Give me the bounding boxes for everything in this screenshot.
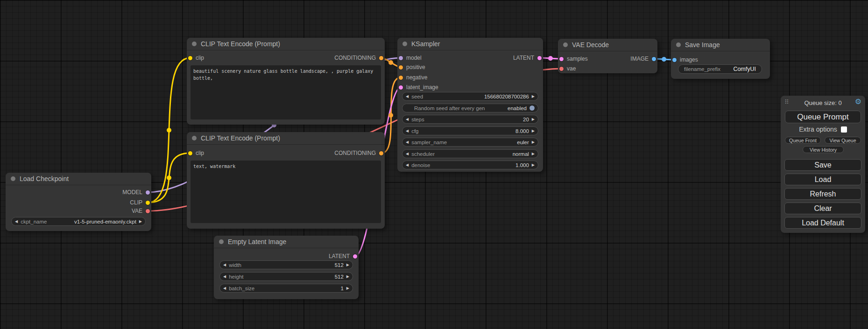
port-label: model xyxy=(406,55,422,61)
port-dot-clip-icon xyxy=(188,56,192,60)
left-arrow-icon[interactable]: ◀ xyxy=(406,163,409,167)
port-label: negative xyxy=(406,74,427,81)
input-port-samples[interactable]: samples xyxy=(559,56,588,62)
widget-label: cfg xyxy=(411,128,418,134)
input-port-vae[interactable]: vae xyxy=(559,65,576,72)
scheduler-widget[interactable]: ◀ scheduler normal ▶ xyxy=(402,149,538,158)
collapse-dot-icon[interactable] xyxy=(192,42,197,46)
port-label: CLIP xyxy=(130,199,142,206)
output-port-vae[interactable]: VAE xyxy=(132,208,150,214)
output-port-latent[interactable]: LATENT xyxy=(329,253,357,259)
batch-size-widget[interactable]: ◀ batch_size 1 ▶ xyxy=(219,284,353,293)
left-arrow-icon[interactable]: ◀ xyxy=(406,129,409,133)
port-dot-clip-icon xyxy=(146,201,150,205)
node-save-image[interactable]: Save Image images filename_prefix ComfyU… xyxy=(671,39,770,79)
node-load-checkpoint[interactable]: Load Checkpoint MODEL CLIP VAE ◀ ckpt_na… xyxy=(6,173,151,231)
left-arrow-icon[interactable]: ◀ xyxy=(406,95,409,98)
port-dot-conditioning-icon xyxy=(399,76,403,80)
node-empty-latent-image[interactable]: Empty Latent Image LATENT ◀ width 512 ▶ … xyxy=(214,236,359,299)
left-arrow-icon[interactable]: ◀ xyxy=(406,118,409,121)
widget-value: normal xyxy=(513,151,529,157)
link-dot-clip-positive xyxy=(167,128,171,133)
collapse-dot-icon[interactable] xyxy=(192,136,197,140)
refresh-button[interactable]: Refresh xyxy=(784,188,861,200)
load-default-button[interactable]: Load Default xyxy=(784,217,861,229)
right-arrow-icon[interactable]: ▶ xyxy=(346,263,349,267)
left-arrow-icon[interactable]: ◀ xyxy=(223,287,226,290)
right-arrow-icon[interactable]: ▶ xyxy=(139,220,142,224)
height-widget[interactable]: ◀ height 512 ▶ xyxy=(219,272,353,281)
ckpt-name-widget[interactable]: ◀ ckpt_name v1-5-pruned-emaonly.ckpt ▶ xyxy=(11,217,146,226)
steps-widget[interactable]: ◀ steps 20 ▶ xyxy=(402,115,538,124)
right-arrow-icon[interactable]: ▶ xyxy=(346,275,349,279)
output-port-latent[interactable]: LATENT xyxy=(513,55,542,61)
input-port-clip[interactable]: clip xyxy=(188,150,204,156)
queue-front-button[interactable]: Queue Front xyxy=(785,137,821,144)
input-port-latent-image[interactable]: latent_image xyxy=(399,84,438,91)
graph-canvas[interactable]: { "colors": { "model": "#b69ddc", "clip"… xyxy=(0,0,868,329)
port-label: clip xyxy=(196,150,204,156)
right-arrow-icon[interactable]: ▶ xyxy=(532,129,535,133)
left-arrow-icon[interactable]: ◀ xyxy=(15,220,18,224)
extra-options-checkbox[interactable] xyxy=(841,126,847,133)
output-port-conditioning[interactable]: CONDITIONING xyxy=(334,150,383,156)
node-vae-decode[interactable]: VAE Decode samples vae IMAGE xyxy=(558,39,657,73)
collapse-dot-icon[interactable] xyxy=(219,239,224,244)
queue-panel: ⠿ Queue size: 0 ⚙ Queue Prompt Extra opt… xyxy=(781,96,865,233)
right-arrow-icon[interactable]: ▶ xyxy=(532,118,535,121)
right-arrow-icon[interactable]: ▶ xyxy=(532,163,535,167)
left-arrow-icon[interactable]: ◀ xyxy=(223,263,226,267)
link-dot-image xyxy=(662,57,666,62)
collapse-dot-icon[interactable] xyxy=(402,42,407,46)
widget-value: 156680208700286 xyxy=(484,94,529,99)
left-arrow-icon[interactable]: ◀ xyxy=(406,152,409,156)
node-clip-text-encode-positive[interactable]: CLIP Text Encode (Prompt) clip CONDITION… xyxy=(187,38,385,125)
collapse-dot-icon[interactable] xyxy=(563,42,568,47)
port-dot-latent-icon xyxy=(399,85,403,90)
input-port-positive[interactable]: positive xyxy=(399,64,425,70)
node-title: Load Checkpoint xyxy=(20,175,69,182)
node-title: Save Image xyxy=(685,41,720,49)
output-port-conditioning[interactable]: CONDITIONING xyxy=(334,55,383,61)
input-port-images[interactable]: images xyxy=(672,56,698,63)
node-title: KSampler xyxy=(411,40,440,48)
input-port-model[interactable]: model xyxy=(399,55,422,61)
right-arrow-icon[interactable]: ▶ xyxy=(532,95,535,98)
filename-prefix-widget[interactable]: filename_prefix ComfyUI xyxy=(678,64,762,74)
random-seed-widget[interactable]: Random seed after every gen enabled xyxy=(402,104,538,112)
denoise-widget[interactable]: ◀ denoise 1.000 ▶ xyxy=(402,161,538,169)
output-port-image[interactable]: IMAGE xyxy=(630,56,656,62)
sampler-name-widget[interactable]: ◀ sampler_name euler ▶ xyxy=(402,138,538,147)
cfg-widget[interactable]: ◀ cfg 8.000 ▶ xyxy=(402,126,538,135)
queue-prompt-button[interactable]: Queue Prompt xyxy=(785,111,861,123)
collapse-dot-icon[interactable] xyxy=(676,42,681,47)
input-port-negative[interactable]: negative xyxy=(399,74,427,81)
output-port-model[interactable]: MODEL xyxy=(122,189,150,196)
left-arrow-icon[interactable]: ◀ xyxy=(406,140,409,144)
widget-label: height xyxy=(229,274,243,280)
negative-prompt-textarea[interactable]: text, watermark xyxy=(191,161,381,223)
view-queue-button[interactable]: View Queue xyxy=(825,137,861,144)
input-port-clip[interactable]: clip xyxy=(188,55,204,61)
width-widget[interactable]: ◀ width 512 ▶ xyxy=(219,260,353,269)
left-arrow-icon[interactable]: ◀ xyxy=(223,275,226,279)
right-arrow-icon[interactable]: ▶ xyxy=(346,287,349,290)
right-arrow-icon[interactable]: ▶ xyxy=(532,140,535,144)
widget-label: Random seed after every gen xyxy=(414,105,485,111)
node-clip-text-encode-negative[interactable]: CLIP Text Encode (Prompt) clip CONDITION… xyxy=(187,132,385,229)
link-dot-latent-samples xyxy=(548,56,553,61)
load-button[interactable]: Load xyxy=(784,174,861,185)
right-arrow-icon[interactable]: ▶ xyxy=(532,152,535,156)
node-ksampler[interactable]: KSampler model positive negative latent_… xyxy=(397,38,543,172)
save-button[interactable]: Save xyxy=(784,159,861,171)
widget-value: 512 xyxy=(335,274,344,280)
port-dot-clip-icon xyxy=(188,151,192,155)
view-history-button[interactable]: View History xyxy=(803,146,844,153)
seed-widget[interactable]: ◀ seed 156680208700286 ▶ xyxy=(402,92,538,101)
positive-prompt-textarea[interactable]: beautiful scenery nature glass bottle la… xyxy=(191,65,381,119)
gear-icon[interactable]: ⚙ xyxy=(855,98,861,105)
collapse-dot-icon[interactable] xyxy=(11,176,15,181)
clear-button[interactable]: Clear xyxy=(784,203,861,214)
toggle-enabled-icon[interactable] xyxy=(529,105,535,111)
output-port-clip[interactable]: CLIP xyxy=(130,199,150,206)
